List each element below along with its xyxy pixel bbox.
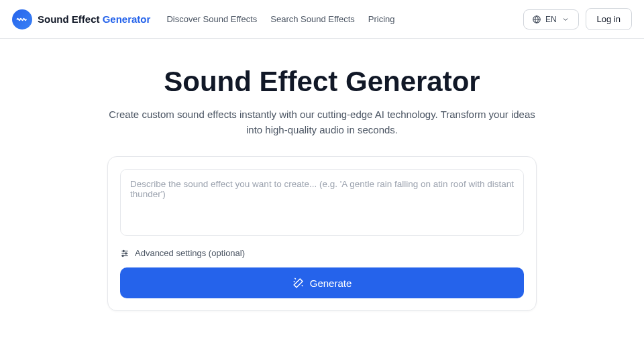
nav-search[interactable]: Search Sound Effects <box>270 14 355 24</box>
hero-title: Sound Effect Generator <box>164 66 480 98</box>
language-code: EN <box>545 15 557 24</box>
main-content: Sound Effect Generator Create custom sou… <box>0 39 644 311</box>
advanced-settings-label: Advanced settings (optional) <box>135 248 245 258</box>
svg-point-5 <box>125 252 127 253</box>
logo-wave-icon <box>12 9 32 29</box>
main-nav: Discover Sound Effects Search Sound Effe… <box>166 14 394 24</box>
generator-card: Advanced settings (optional) Generate <box>107 156 537 311</box>
nav-discover[interactable]: Discover Sound Effects <box>166 14 257 24</box>
hero-subtitle: Create custom sound effects instantly wi… <box>107 107 537 137</box>
chevron-down-icon <box>561 15 570 24</box>
sliders-icon <box>120 249 129 258</box>
svg-point-6 <box>122 255 123 256</box>
generate-button[interactable]: Generate <box>120 267 524 298</box>
app-header: Sound Effect Generator Discover Sound Ef… <box>0 0 644 39</box>
globe-icon <box>532 15 541 24</box>
logo-text-part2: Generator <box>103 13 151 25</box>
logo[interactable]: Sound Effect Generator <box>12 9 150 29</box>
generate-button-label: Generate <box>310 278 352 289</box>
svg-point-4 <box>123 250 124 251</box>
header-left: Sound Effect Generator Discover Sound Ef… <box>12 9 395 29</box>
login-button[interactable]: Log in <box>586 8 632 30</box>
advanced-settings-toggle[interactable]: Advanced settings (optional) <box>120 248 524 258</box>
magic-wand-icon <box>292 277 305 289</box>
header-right: EN Log in <box>523 8 632 30</box>
prompt-input[interactable] <box>120 169 524 236</box>
logo-text: Sound Effect Generator <box>38 13 150 25</box>
nav-pricing[interactable]: Pricing <box>368 14 395 24</box>
logo-text-part1: Sound Effect <box>38 13 103 25</box>
language-select[interactable]: EN <box>523 9 579 29</box>
